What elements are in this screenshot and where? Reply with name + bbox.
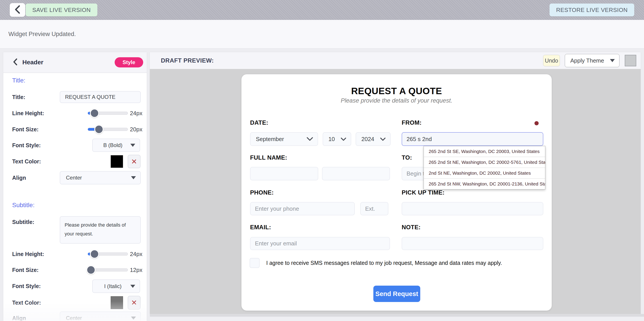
- line-height-label: Line Height:: [12, 107, 44, 119]
- sidebar-panel-title: Header: [22, 52, 44, 72]
- pickup-time-label: PICK UP TIME:: [402, 189, 444, 196]
- date-month-value: September: [256, 136, 284, 143]
- text-color-label: Text Color:: [12, 296, 41, 310]
- last-name-input[interactable]: [322, 167, 390, 180]
- font-size-label: Font Size:: [12, 264, 38, 276]
- preview-toolbar: DRAFT PREVIEW: Undo Apply Theme: [150, 52, 641, 69]
- date-year-value: 2024: [362, 136, 374, 143]
- triangle-down-icon: [130, 285, 135, 288]
- from-input[interactable]: [402, 132, 543, 146]
- pickup-time-input[interactable]: [402, 202, 543, 215]
- apply-theme-label: Apply Theme: [570, 57, 604, 64]
- font-style-value: I (Italic): [104, 283, 122, 289]
- notification-bar: Widget Preview Updated.: [0, 20, 644, 48]
- text-color-label: Text Color:: [12, 155, 41, 168]
- title-input[interactable]: REQUEST A QUOTE: [60, 91, 141, 103]
- from-label: FROM:: [402, 119, 422, 126]
- font-style-select[interactable]: B (Bold): [92, 139, 140, 152]
- sms-consent-text: I agree to receive SMS messages related …: [266, 258, 502, 268]
- note-label: NOTE:: [402, 224, 421, 231]
- back-button[interactable]: [10, 3, 25, 17]
- draft-preview-label: DRAFT PREVIEW:: [161, 52, 214, 69]
- form-subtitle: Please provide the details of your reque…: [242, 97, 552, 104]
- font-size-value: 20px: [130, 123, 142, 135]
- undo-button[interactable]: Undo: [543, 55, 560, 66]
- sidebar-header: Header Style: [3, 52, 147, 73]
- suggestion-item[interactable]: 265 2nd St NW, Washington, DC 20001-2136…: [424, 179, 545, 189]
- line-height-label: Line Height:: [12, 248, 44, 260]
- chevron-down-icon: [306, 136, 313, 143]
- font-size-value: 12px: [130, 264, 142, 276]
- full-name-label: FULL NAME:: [250, 154, 287, 161]
- sms-consent-checkbox[interactable]: [250, 258, 260, 268]
- triangle-down-icon: [130, 144, 135, 147]
- save-live-version-button[interactable]: SAVE LIVE VERSION: [26, 3, 97, 16]
- first-name-input[interactable]: [250, 167, 318, 180]
- slider-thumb[interactable]: [90, 249, 99, 259]
- date-year-select[interactable]: 2024: [356, 132, 390, 146]
- chevron-down-icon: [380, 136, 386, 143]
- notification-message: Widget Preview Updated.: [8, 20, 76, 48]
- top-toolbar: SAVE LIVE VERSION RESTORE LIVE VERSION: [0, 0, 644, 20]
- date-day-select[interactable]: 10: [323, 132, 351, 146]
- send-request-button[interactable]: Send Request: [373, 286, 420, 302]
- font-style-label: Font Style:: [12, 280, 41, 293]
- font-style-value: B (Bold): [103, 142, 122, 148]
- date-month-select[interactable]: September: [250, 132, 318, 146]
- slider-thumb[interactable]: [90, 109, 99, 118]
- font-size-slider[interactable]: [88, 123, 128, 135]
- font-style-select[interactable]: I (Italic): [92, 280, 140, 293]
- to-label: TO:: [402, 154, 412, 161]
- line-height-value: 24px: [130, 107, 142, 119]
- required-dot-icon: [534, 121, 539, 125]
- preview-bottom-edge: [150, 314, 644, 321]
- align-select[interactable]: Center: [60, 312, 141, 321]
- font-size-slider[interactable]: [88, 264, 128, 276]
- email-input[interactable]: [250, 237, 390, 250]
- chevron-down-icon: [340, 136, 346, 143]
- x-mark-icon: ✕: [131, 157, 137, 166]
- line-height-slider[interactable]: [88, 107, 128, 119]
- subtitle-section-heading: Subtitle:: [12, 202, 34, 209]
- clear-color-button[interactable]: ✕: [128, 296, 140, 310]
- date-day-value: 10: [328, 136, 335, 143]
- triangle-down-icon: [610, 59, 615, 62]
- ext-input[interactable]: [360, 202, 388, 215]
- triangle-down-icon: [131, 317, 136, 320]
- slider-thumb[interactable]: [86, 265, 96, 275]
- suggestion-item[interactable]: 2nd St NE, Washington, DC 20002, United …: [424, 168, 545, 179]
- title-section-heading: Title:: [12, 77, 26, 84]
- font-style-label: Font Style:: [12, 139, 41, 152]
- text-color-swatch[interactable]: [111, 296, 123, 309]
- clear-color-button[interactable]: ✕: [128, 155, 140, 168]
- draft-preview-panel: DRAFT PREVIEW: Undo Apply Theme REQUEST …: [150, 52, 641, 314]
- apply-theme-select[interactable]: Apply Theme: [565, 54, 620, 67]
- address-suggestions-dropdown: 265 2nd St SE, Washington, DC 20003, Uni…: [424, 146, 545, 189]
- form-title: REQUEST A QUOTE: [242, 86, 552, 96]
- line-height-slider[interactable]: [88, 248, 128, 260]
- suggestion-item[interactable]: 265 2nd St NE, Washington, DC 20002-5761…: [424, 157, 545, 168]
- align-label: Align: [12, 171, 26, 184]
- sidebar-back-button[interactable]: [10, 57, 20, 68]
- slider-thumb[interactable]: [94, 125, 104, 134]
- slider-track[interactable]: [88, 128, 128, 131]
- suggestion-item[interactable]: 265 2nd St SE, Washington, DC 20003, Uni…: [424, 146, 545, 157]
- line-height-value: 24px: [130, 248, 142, 260]
- title-field-label: Title:: [12, 91, 25, 103]
- x-mark-icon: ✕: [131, 299, 137, 307]
- phone-input[interactable]: [250, 202, 355, 215]
- editor-sidebar: Header Style Title: Title: REQUEST A QUO…: [3, 52, 147, 321]
- theme-color-swatch[interactable]: [625, 55, 636, 66]
- text-color-swatch[interactable]: [111, 155, 123, 168]
- style-button[interactable]: Style: [115, 57, 143, 67]
- align-select[interactable]: Center: [60, 171, 141, 184]
- triangle-down-icon: [131, 176, 136, 179]
- phone-label: PHONE:: [250, 189, 274, 196]
- chevron-left-icon: [14, 5, 20, 15]
- subtitle-textarea[interactable]: Please provide the details of your reque…: [60, 216, 141, 244]
- note-input[interactable]: [402, 237, 543, 250]
- quote-form-card: REQUEST A QUOTE Please provide the detai…: [242, 74, 552, 311]
- subtitle-field-label: Subtitle:: [12, 219, 34, 225]
- chevron-left-icon: [13, 58, 18, 66]
- restore-live-version-button[interactable]: RESTORE LIVE VERSION: [550, 3, 634, 16]
